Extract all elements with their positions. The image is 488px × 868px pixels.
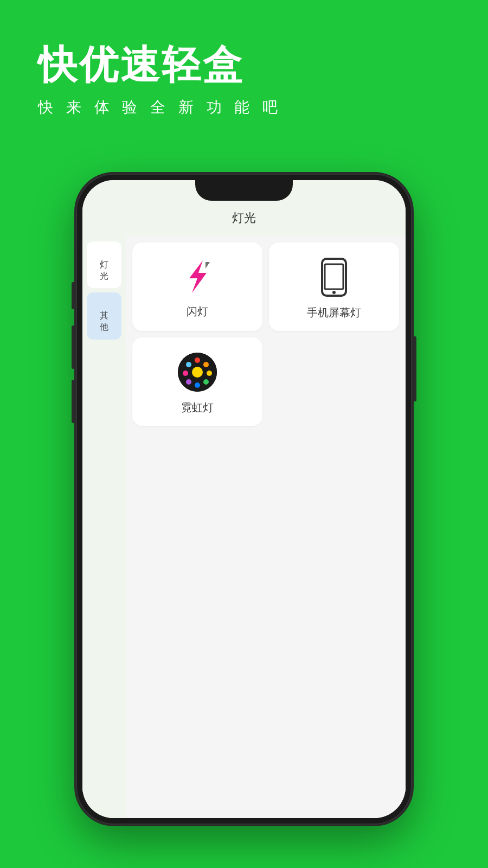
svg-point-4: [332, 291, 336, 294]
phone-frame: 灯光 灯 光 其 他: [76, 174, 412, 825]
neon-icon: [178, 353, 217, 392]
svg-point-11: [186, 379, 191, 385]
sidebar: 灯 光 其 他: [82, 236, 126, 818]
sidebar-item-other-label: 其 他: [100, 311, 108, 331]
phone-screen-icon: [318, 258, 350, 297]
svg-point-10: [195, 382, 200, 388]
phone-button-vol-up: [72, 326, 75, 369]
screen-header-title: 灯光: [232, 211, 256, 225]
sidebar-item-other[interactable]: 其 他: [87, 292, 121, 339]
svg-point-12: [183, 371, 188, 376]
grid-item-flash[interactable]: 闪灯: [132, 242, 262, 331]
phone-button-power: [413, 336, 416, 401]
sidebar-item-light[interactable]: 灯 光: [87, 241, 121, 288]
svg-marker-1: [206, 262, 210, 269]
content-grid: 闪灯: [126, 236, 406, 818]
flash-icon: [178, 258, 216, 296]
svg-point-14: [192, 367, 203, 378]
svg-point-8: [207, 371, 212, 376]
phone-notch: [195, 180, 293, 201]
svg-point-6: [195, 358, 200, 363]
app-title: 快优速轻盒: [38, 43, 282, 86]
svg-point-7: [203, 362, 209, 367]
phone-screen: 灯光 灯 光 其 他: [82, 180, 406, 818]
grid-item-neon[interactable]: 霓虹灯: [132, 337, 262, 426]
app-subtitle: 快 来 体 验 全 新 功 能 吧: [38, 97, 282, 118]
screen-main: 灯 光 其 他: [82, 236, 406, 818]
svg-point-9: [203, 379, 209, 385]
svg-point-13: [186, 362, 191, 367]
sidebar-item-light-label: 灯 光: [100, 260, 108, 280]
flash-label: 闪灯: [187, 304, 208, 319]
header-section: 快优速轻盒 快 来 体 验 全 新 功 能 吧: [38, 43, 282, 118]
phone-button-vol-down: [72, 380, 75, 423]
app-background: 快优速轻盒 快 来 体 验 全 新 功 能 吧 灯光: [0, 0, 488, 868]
phone-mockup: 灯光 灯 光 其 他: [76, 174, 412, 825]
svg-rect-3: [325, 264, 343, 289]
grid-item-screen-light[interactable]: 手机屏幕灯: [269, 242, 399, 331]
neon-label: 霓虹灯: [181, 400, 214, 415]
svg-marker-0: [189, 260, 207, 293]
phone-button-mute: [72, 282, 75, 309]
screen-light-label: 手机屏幕灯: [307, 305, 361, 320]
screen-content: 灯光 灯 光 其 他: [82, 180, 406, 818]
